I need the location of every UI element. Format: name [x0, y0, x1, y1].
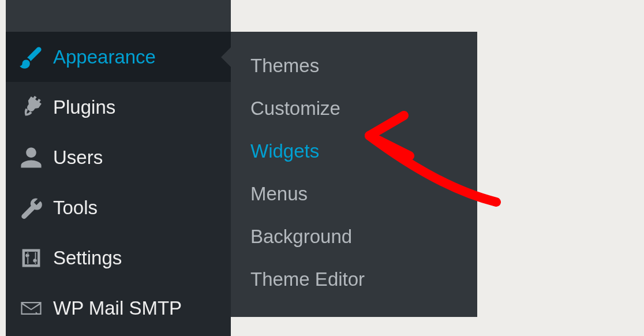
sidebar-item-label: Appearance	[53, 46, 156, 68]
flyout-pointer	[221, 47, 231, 68]
submenu-item-theme-editor[interactable]: Theme Editor	[231, 258, 477, 301]
user-icon	[17, 144, 45, 171]
submenu-item-customize[interactable]: Customize	[231, 87, 477, 130]
appearance-submenu: Themes Customize Widgets Menus Backgroun…	[231, 32, 477, 317]
submenu-item-menus[interactable]: Menus	[231, 173, 477, 215]
sidebar-item-plugins[interactable]: Plugins	[6, 82, 231, 132]
sidebar-item-label: WP Mail SMTP	[53, 297, 182, 319]
sidebar-top-gap	[6, 0, 231, 32]
submenu-item-background[interactable]: Background	[231, 215, 477, 258]
sidebar-item-label: Tools	[53, 197, 98, 219]
sidebar-item-settings[interactable]: Settings	[6, 233, 231, 283]
submenu-item-widgets[interactable]: Widgets	[231, 130, 477, 173]
submenu-item-themes[interactable]: Themes	[231, 44, 477, 87]
sidebar-item-label: Plugins	[53, 96, 115, 118]
mail-icon	[17, 294, 45, 322]
wrench-icon	[17, 194, 45, 222]
brush-icon	[17, 43, 45, 71]
sliders-icon	[17, 244, 45, 272]
sidebar-item-label: Users	[53, 147, 103, 169]
plug-icon	[17, 94, 45, 121]
sidebar-item-wp-mail-smtp[interactable]: WP Mail SMTP	[6, 283, 231, 333]
admin-sidebar: Appearance Plugins Users Tools Settings …	[6, 0, 231, 336]
sidebar-item-tools[interactable]: Tools	[6, 182, 231, 233]
sidebar-item-label: Settings	[53, 247, 122, 269]
sidebar-item-appearance[interactable]: Appearance	[6, 32, 231, 82]
sidebar-item-users[interactable]: Users	[6, 132, 231, 182]
